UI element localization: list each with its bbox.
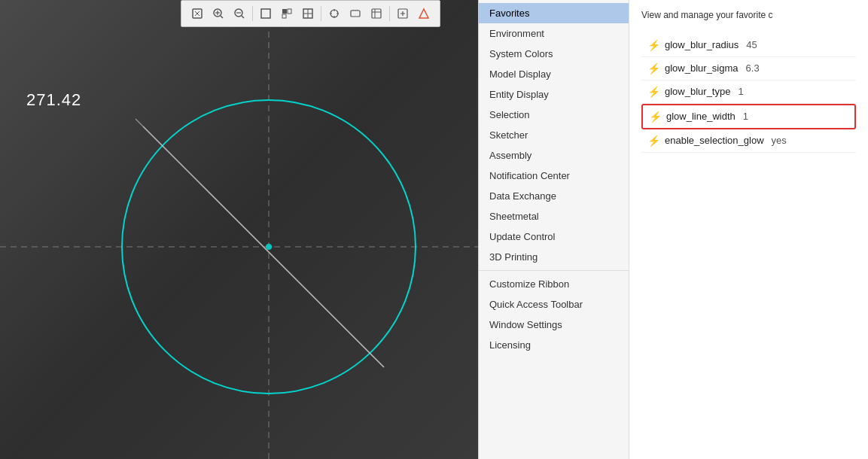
- svg-rect-14: [372, 9, 381, 18]
- properties-container: ⚡glow_blur_radius 45⚡glow_blur_sigma 6.3…: [641, 34, 856, 153]
- property-name: glow_blur_radius: [665, 39, 739, 50]
- property-row-glow-blur-radius[interactable]: ⚡glow_blur_radius 45: [641, 34, 856, 57]
- right-panel: FavoritesEnvironmentSystem ColorsModel D…: [478, 0, 868, 459]
- sidebar-item-customize-ribbon[interactable]: Customize Ribbon: [479, 274, 629, 294]
- property-row-glow-line-width[interactable]: ⚡glow_line_width 1: [641, 104, 856, 129]
- zoom-in-button[interactable]: [209, 4, 228, 23]
- sidebar-item-update-control[interactable]: Update Control: [479, 226, 629, 247]
- svg-line-20: [136, 119, 384, 367]
- tool2-button[interactable]: [367, 4, 386, 23]
- sidebar-item-quick-access-toolbar[interactable]: Quick Access Toolbar: [479, 294, 629, 315]
- separator-1: [252, 6, 253, 21]
- sidebar-item-sketcher[interactable]: Sketcher: [479, 125, 629, 145]
- property-name: glow_blur_type: [665, 86, 730, 97]
- sidebar-item-selection[interactable]: Selection: [479, 105, 629, 125]
- sidebar-item-entity-display[interactable]: Entity Display: [479, 84, 629, 105]
- separator-3: [389, 6, 390, 21]
- sidebar-item-system-colors[interactable]: System Colors: [479, 44, 629, 64]
- lightning-icon: ⚡: [647, 62, 660, 74]
- svg-rect-10: [288, 9, 291, 14]
- crosshair-button[interactable]: [324, 4, 344, 23]
- lightning-icon: ⚡: [647, 135, 660, 147]
- sidebar-list: FavoritesEnvironmentSystem ColorsModel D…: [479, 0, 629, 459]
- zoom-fit-button[interactable]: [187, 4, 207, 23]
- svg-point-21: [266, 244, 272, 250]
- content-area: View and manage your favorite c ⚡glow_bl…: [629, 0, 868, 459]
- sidebar-item-3d-printing[interactable]: 3D Printing: [479, 247, 629, 267]
- canvas-svg: [0, 0, 478, 459]
- sidebar-item-licensing[interactable]: Licensing: [479, 335, 629, 355]
- property-row-enable-selection-glow[interactable]: ⚡enable_selection_glow yes: [641, 129, 856, 153]
- sidebar-item-window-settings[interactable]: Window Settings: [479, 315, 629, 335]
- svg-rect-13: [351, 11, 360, 17]
- toolbar: [181, 0, 440, 27]
- property-row-glow-blur-sigma[interactable]: ⚡glow_blur_sigma 6.3: [641, 57, 856, 81]
- lightning-icon: ⚡: [649, 111, 662, 123]
- property-value: 45: [746, 39, 757, 50]
- sidebar-item-assembly[interactable]: Assembly: [479, 145, 629, 166]
- main-area: 271.42 FavoritesEnvironmentSystem Colors…: [0, 0, 868, 459]
- property-value: 1: [738, 86, 743, 97]
- zoom-out-button[interactable]: [230, 4, 249, 23]
- svg-line-6: [242, 16, 244, 18]
- property-name: enable_selection_glow: [665, 135, 764, 146]
- tool1-button[interactable]: [346, 4, 365, 23]
- property-name: glow_blur_sigma: [665, 62, 739, 74]
- sidebar-divider: [479, 270, 629, 271]
- property-value: yes: [772, 135, 787, 146]
- content-description: View and manage your favorite c: [641, 9, 856, 22]
- svg-line-2: [221, 16, 223, 18]
- canvas-area: 271.42: [0, 0, 478, 459]
- lightning-icon: ⚡: [647, 39, 660, 51]
- select-button[interactable]: [256, 4, 276, 23]
- svg-rect-9: [282, 9, 287, 14]
- tool3-button[interactable]: [393, 4, 413, 23]
- property-name: glow_line_width: [666, 111, 736, 122]
- property-row-glow-blur-type[interactable]: ⚡glow_blur_type 1: [641, 81, 856, 104]
- sidebar-item-model-display[interactable]: Model Display: [479, 64, 629, 84]
- sidebar-item-notification-center[interactable]: Notification Center: [479, 166, 629, 186]
- svg-rect-11: [282, 14, 286, 18]
- wireframe-button[interactable]: [298, 4, 318, 23]
- tool4-button[interactable]: [414, 4, 434, 23]
- separator-2: [321, 6, 321, 21]
- shaded-button[interactable]: [277, 4, 297, 23]
- sidebar-item-data-exchange[interactable]: Data Exchange: [479, 186, 629, 206]
- lightning-icon: ⚡: [647, 86, 660, 98]
- sidebar-item-sheetmetal[interactable]: Sheetmetal: [479, 206, 629, 226]
- sidebar-item-favorites[interactable]: Favorites: [479, 3, 629, 23]
- svg-rect-8: [261, 9, 270, 18]
- property-value: 1: [743, 111, 748, 122]
- sidebar-item-environment[interactable]: Environment: [479, 23, 629, 44]
- property-value: 6.3: [746, 62, 760, 74]
